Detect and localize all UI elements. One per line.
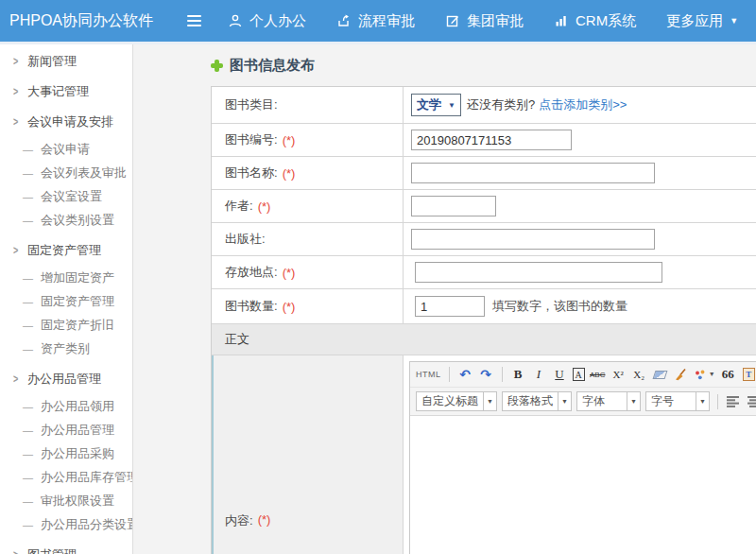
required-mark: (*)	[283, 166, 296, 181]
field-label: 图书类目:	[225, 96, 278, 113]
bold-button[interactable]: B	[510, 366, 526, 384]
required-mark: (*)	[283, 266, 296, 280]
underline-button[interactable]: U	[552, 366, 568, 384]
html-source-button[interactable]: HTML	[416, 366, 441, 384]
broom-icon	[674, 368, 687, 381]
dash-icon: —	[23, 401, 33, 412]
paste-text-button[interactable]: T	[741, 366, 756, 384]
chevron-right-icon: >	[13, 372, 18, 386]
quantity-input[interactable]	[415, 296, 485, 317]
sidebar-item[interactable]: —审批权限设置	[0, 489, 132, 512]
sidebar-item[interactable]: —增加固定资产	[0, 266, 132, 289]
redo-button[interactable]: ↷	[478, 366, 494, 384]
toolbar-divider	[502, 367, 503, 382]
dash-icon: —	[23, 167, 33, 179]
font-family-select[interactable]: 字体 ▼	[576, 391, 641, 411]
sidebar-item[interactable]: —会议列表及审批	[0, 161, 132, 184]
sidebar-item-books[interactable]: >图书管理	[0, 540, 132, 554]
sidebar-item[interactable]: —固定资产折旧	[0, 313, 132, 337]
chevron-right-icon: >	[13, 114, 18, 129]
blockquote-button[interactable]: 66	[720, 366, 736, 384]
field-label: 内容:	[225, 512, 253, 529]
hamburger-menu-icon[interactable]	[187, 12, 201, 29]
editor-content-area[interactable]	[410, 416, 756, 554]
sidebar-menu: >新闻管理 >大事记管理 >会议申请及安排 —会议申请 —会议列表及审批 —会议…	[0, 44, 133, 554]
book-code-input[interactable]	[411, 130, 572, 150]
strikethrough-button[interactable]: ABC	[590, 366, 606, 384]
sidebar-item[interactable]: —会议室设置	[0, 184, 132, 208]
dash-icon: —	[23, 343, 33, 355]
field-label: 图书名称:	[225, 164, 278, 182]
author-input[interactable]	[411, 196, 496, 216]
sidebar-item[interactable]: —办公用品领用	[0, 394, 132, 418]
bordered-text-button[interactable]: A	[573, 368, 585, 381]
toolbar-divider	[449, 367, 450, 382]
dash-icon: —	[23, 448, 33, 459]
align-center-icon	[747, 395, 756, 407]
app-title: PHPOA协同办公软件	[0, 11, 142, 31]
clipboard-icon: T	[743, 368, 755, 381]
chevron-right-icon: >	[13, 243, 18, 257]
font-size-select[interactable]: 字号 ▼	[645, 391, 710, 411]
required-mark: (*)	[283, 300, 296, 314]
book-name-input[interactable]	[411, 163, 655, 183]
sidebar-item[interactable]: —办公用品库存管理	[0, 465, 132, 489]
italic-button[interactable]: I	[531, 366, 547, 384]
main-content: 图书信息发布 图书类目: 文学 ▼ 还没有类别? 点击添加类别>> 图书编号:(…	[133, 44, 756, 554]
format-painter-button[interactable]	[673, 366, 689, 384]
paragraph-format-select[interactable]: 段落格式 ▼	[502, 391, 572, 411]
page-title: 图书信息发布	[230, 57, 315, 75]
dash-icon: —	[23, 144, 33, 155]
sidebar-item-office-supplies[interactable]: >办公用品管理	[0, 364, 132, 394]
editor-toolbar-row1: HTML ↶ ↷ B I U A ABC X² X₂	[410, 362, 756, 388]
sidebar-item[interactable]: —会议类别设置	[0, 208, 132, 232]
sidebar-item[interactable]: —办公用品管理	[0, 418, 132, 441]
undo-button[interactable]: ↶	[457, 366, 473, 384]
plus-icon	[211, 60, 223, 72]
toolbar-divider	[717, 394, 718, 409]
sidebar-item-meetings[interactable]: >会议申请及安排	[0, 107, 132, 137]
sidebar-item-fixed-assets[interactable]: >固定资产管理	[0, 235, 132, 266]
highlight-color-button[interactable]: ▼	[694, 366, 715, 384]
sidebar-item[interactable]: —固定资产管理	[0, 289, 132, 313]
section-header-body: 正文	[212, 324, 756, 355]
sidebar-item[interactable]: —会议申请	[0, 137, 132, 161]
editor-toolbar-row2: 自定义标题 ▼ 段落格式 ▼ 字体 ▼	[410, 388, 756, 416]
sidebar-item[interactable]: —办公用品采购	[0, 441, 132, 465]
location-input[interactable]	[415, 262, 662, 283]
eraser-icon	[652, 371, 667, 379]
eraser-button[interactable]	[652, 366, 668, 384]
nav-group-approval[interactable]: 集团审批	[445, 12, 524, 30]
chevron-right-icon: >	[13, 84, 18, 98]
field-label: 作者:	[225, 198, 253, 215]
chevron-right-icon: >	[13, 547, 18, 554]
dash-icon: —	[23, 424, 33, 436]
sidebar-item-news[interactable]: >新闻管理	[0, 46, 132, 77]
align-left-button[interactable]	[726, 392, 742, 410]
align-center-button[interactable]	[747, 392, 756, 410]
nav-process-approval[interactable]: 流程审批	[336, 12, 415, 30]
nav-personal-office[interactable]: 个人办公	[228, 12, 306, 30]
category-hint: 还没有类别?	[467, 96, 535, 113]
superscript-button[interactable]: X²	[610, 366, 627, 384]
dash-icon: —	[23, 191, 33, 202]
custom-title-select[interactable]: 自定义标题 ▼	[416, 391, 497, 411]
caret-down-icon: ▼	[448, 101, 455, 110]
subscript-button[interactable]: X₂	[631, 366, 647, 384]
sidebar-item[interactable]: —资产类别	[0, 337, 132, 360]
dash-icon: —	[23, 472, 33, 483]
sidebar-item[interactable]: —办公用品分类设置	[0, 512, 132, 536]
sidebar-item-memorabilia[interactable]: >大事记管理	[0, 77, 132, 107]
dash-icon: —	[23, 519, 33, 530]
person-icon	[228, 13, 243, 28]
add-category-link[interactable]: 点击添加类别>>	[539, 96, 627, 113]
publisher-input[interactable]	[411, 229, 655, 250]
book-form: 图书类目: 文学 ▼ 还没有类别? 点击添加类别>> 图书编号:(*) 图书名称…	[211, 86, 756, 554]
field-label: 存放地点:	[225, 264, 278, 281]
top-nav: 个人办公 流程审批 集团审批 CRM系统 更多应用 ▼	[228, 12, 738, 30]
nav-crm-system[interactable]: CRM系统	[554, 12, 636, 30]
nav-more-apps[interactable]: 更多应用 ▼	[666, 12, 738, 30]
book-category-select[interactable]: 文学 ▼	[411, 94, 461, 116]
field-label: 出版社:	[225, 231, 266, 248]
caret-down-icon: ▼	[696, 392, 709, 410]
